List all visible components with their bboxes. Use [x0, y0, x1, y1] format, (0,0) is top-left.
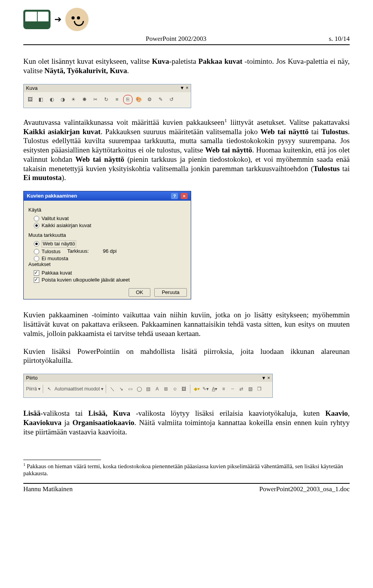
p5-c: Lisää, Kuva: [88, 409, 130, 417]
check-pakkaa-kuvat[interactable]: Pakkaa kuvat: [34, 270, 186, 276]
check-label: Poista kuvien ulkopuolelle jäävät alueet: [42, 277, 130, 283]
rotate-icon[interactable]: ↻: [101, 95, 111, 104]
p2-n: tai: [340, 164, 350, 173]
wordart-icon[interactable]: A: [153, 385, 161, 393]
insert-picture-icon[interactable]: 🖼: [180, 385, 188, 393]
footnote-text: Pakkaus on hieman väärä termi, koska tie…: [23, 463, 343, 476]
face-icon: [65, 8, 89, 31]
group-asetukset: Asetukset: [28, 261, 186, 268]
diagram-icon[interactable]: ⊞: [162, 385, 170, 393]
radio-label: Tulostus: [42, 248, 61, 255]
group-tarkkuus: Muuta tarkkuutta: [28, 232, 186, 238]
footnote-1: 1 Pakkaus on hieman väärä termi, koska t…: [23, 462, 350, 477]
oval-icon[interactable]: ◯: [135, 385, 143, 393]
shadow-icon[interactable]: ▧: [246, 385, 254, 393]
p2-p: ).: [62, 173, 66, 182]
paragraph-3: Kuvien pakkaaminen -toiminto vaikuttaa v…: [23, 310, 350, 338]
kuva-toolbar: Kuva ▼ × 🖼 ◧ ◐ ◑ ☀ ✺ ✂ ↻ ≡ ⎘ 🎨 ⚙ ✎ ↺: [23, 84, 191, 108]
textbox-icon[interactable]: ▤: [144, 385, 152, 393]
dialog-titlebar: Kuvien pakkaaminen ? ×: [24, 191, 191, 201]
radio-valitut-kuvat[interactable]: Valitut kuvat: [34, 215, 186, 222]
p5-b: -valikosta tai: [40, 409, 88, 417]
compress-pictures-icon[interactable]: ⎘: [123, 95, 132, 104]
reset-picture-icon[interactable]: ↺: [167, 95, 176, 104]
compress-dialog: Kuvien pakkaaminen ? × Käytä Valitut kuv…: [23, 191, 191, 299]
radio-kaikki-kuvat[interactable]: Kaikki asiakirjan kuvat: [34, 222, 186, 229]
radio-label: Kaikki asiakirjan kuvat: [42, 222, 91, 229]
piirto-toolbar: Piirto ▼ × Piirrä ▾ ↖ Automaattiset muod…: [23, 374, 273, 398]
line-style-icon[interactable]: ≡: [112, 95, 122, 104]
page-header: PowerPoint 2002/2003 s. 10/14: [23, 35, 350, 45]
kuva-toolbar-title-text: Kuva: [26, 85, 38, 91]
fill-color-icon[interactable]: ◆▾: [193, 385, 200, 393]
p1-d: Pakkaa kuvat: [199, 57, 242, 65]
line-icon[interactable]: ＼: [108, 385, 116, 393]
3d-icon[interactable]: ❒: [255, 385, 263, 393]
p1-b: Kuva: [152, 57, 169, 65]
crop-icon[interactable]: ✂: [91, 95, 100, 104]
font-color-icon[interactable]: A▾: [211, 385, 218, 393]
book-icon: [23, 10, 51, 29]
radio-web-naytto[interactable]: Web tai näyttö: [34, 240, 186, 248]
page-number: s. 10/14: [329, 35, 350, 43]
close-icon[interactable]: ▼ ×: [261, 375, 270, 381]
format-picture-icon[interactable]: ⚙: [145, 95, 154, 104]
arrow-icon[interactable]: ↘: [117, 385, 125, 393]
p2-c: Kaikki asiakirjan kuvat: [23, 128, 101, 136]
select-icon[interactable]: ↖: [45, 385, 53, 393]
radio-label: Web tai näyttö: [42, 240, 76, 247]
color-icon[interactable]: ◧: [36, 95, 45, 104]
contrast-more-icon[interactable]: ◐: [47, 95, 56, 104]
p5-d: -valikosta löytyy lisäksi erilaisia kaav…: [130, 409, 325, 417]
close-icon[interactable]: ▼ ×: [180, 85, 188, 91]
header-logo-row: ➔: [23, 8, 350, 31]
p2-e: Web tai näyttö: [260, 128, 309, 136]
p2-f: tai: [309, 128, 321, 136]
group-kayta: Käytä: [28, 207, 186, 213]
p2-g: Tulostus: [321, 128, 348, 136]
dash-style-icon[interactable]: ┄: [228, 385, 236, 393]
recolor-icon[interactable]: 🎨: [134, 95, 143, 104]
radio-ei-muutosta[interactable]: Ei muutosta: [34, 255, 186, 262]
rectangle-icon[interactable]: ▭: [126, 385, 134, 393]
insert-picture-icon[interactable]: 🖼: [25, 95, 35, 104]
check-poista-alueet[interactable]: Poista kuvien ulkopuolelle jäävät alueet: [34, 276, 186, 284]
close-icon[interactable]: ×: [181, 193, 188, 199]
check-label: Pakkaa kuvat: [42, 270, 72, 276]
radio-label: Ei muutosta: [42, 256, 68, 262]
paragraph-2: Avautuvassa valintaikkunassa voit määrit…: [23, 117, 350, 183]
kuva-toolbar-title: Kuva ▼ ×: [24, 84, 191, 92]
p5-h: ja: [61, 418, 72, 427]
line-color-icon[interactable]: ✎▾: [202, 385, 209, 393]
kuva-toolbar-row: 🖼 ◧ ◐ ◑ ☀ ✺ ✂ ↻ ≡ ⎘ 🎨 ⚙ ✎ ↺: [24, 92, 191, 107]
arrow-icon: ➔: [54, 14, 61, 24]
p2-d: . Pakkauksen suuruus määritetään valitse…: [101, 128, 260, 136]
p5-f: ,: [348, 409, 350, 417]
tarkkuus-row: Tarkkuus: 96 dpi: [67, 248, 186, 254]
brightness-more-icon[interactable]: ☀: [69, 95, 78, 104]
paragraph-1: Kun olet lisännyt kuvat esitykseen, vali…: [23, 57, 350, 75]
radio-label: Valitut kuvat: [42, 215, 69, 222]
clipart-icon[interactable]: ☺: [171, 385, 179, 393]
ok-button[interactable]: OK: [129, 288, 151, 297]
p1-c: -paletista: [169, 57, 198, 65]
brightness-less-icon[interactable]: ✺: [80, 95, 89, 104]
tarkkuus-value: 96 dpi: [103, 248, 117, 254]
transparent-color-icon[interactable]: ✎: [156, 95, 165, 104]
p1-g: .: [127, 66, 129, 75]
line-style-icon[interactable]: ≡: [220, 385, 227, 393]
autoshapes-menu[interactable]: Automaattiset muodot ▾: [54, 385, 103, 393]
draw-menu[interactable]: Piirrä ▾: [26, 385, 40, 393]
contrast-less-icon[interactable]: ◑: [58, 95, 67, 104]
page-footer: Hannu Matikainen PowerPoint2002_2003_osa…: [23, 483, 350, 493]
help-icon[interactable]: ?: [171, 193, 178, 199]
p1-f: Näytä, Työkalurivit, Kuva: [44, 66, 127, 75]
paragraph-5: Lisää-valikosta tai Lisää, Kuva -valikos…: [23, 409, 350, 436]
cancel-button[interactable]: Peruuta: [154, 288, 187, 297]
footnote-separator: [23, 460, 101, 460]
p2-i: Web tai näyttö: [205, 146, 252, 154]
footer-filename: PowerPoint2002_2003_osa_1.doc: [259, 485, 350, 493]
arrow-style-icon[interactable]: ⇄: [237, 385, 245, 393]
p1-a: Kun olet lisännyt kuvat esitykseen, vali…: [23, 57, 152, 65]
header-center-title: PowerPoint 2002/2003: [146, 35, 206, 43]
